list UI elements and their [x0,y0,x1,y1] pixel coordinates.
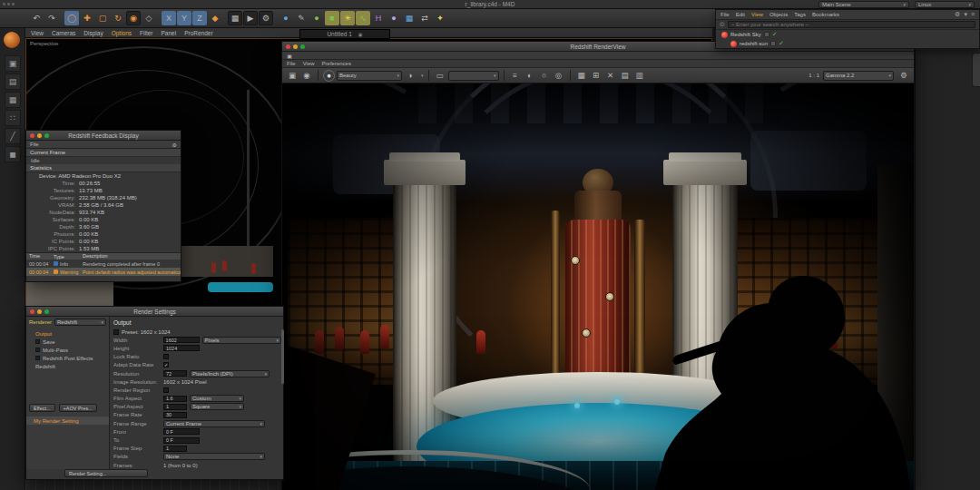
model-mode-icon[interactable]: ▣ [5,55,21,72]
close-icon[interactable] [30,133,34,138]
scale-tool-icon[interactable]: ▢ [95,11,110,25]
zoom-window-icon[interactable] [300,44,305,49]
fit-view-icon[interactable]: ⊞ [590,69,603,82]
minimize-icon[interactable] [37,309,42,314]
object-search-input[interactable] [728,21,975,28]
width-unit-dropdown[interactable]: Pixels▾ [202,337,281,344]
adapt-checkbox[interactable]: ✓ [163,362,169,368]
frame-rate-input[interactable] [163,412,187,418]
nav-item-redshift[interactable]: Redshift [26,362,109,370]
globe-icon[interactable]: ● [279,11,293,25]
axis-swap-icon[interactable]: ⇄ [417,11,432,25]
lamp-icon[interactable]: ✦ [433,11,447,25]
frame-step-input[interactable] [163,446,187,452]
gear-icon[interactable]: ⚙ [897,69,910,82]
z-axis-lock-icon[interactable]: Z [192,11,207,25]
points-mode-icon[interactable]: ∷ [5,110,21,126]
rv-menu-view[interactable]: View [303,61,315,66]
texture-mode-icon[interactable]: ▤ [5,74,21,90]
alpha-channel-icon[interactable]: ○ [538,69,551,82]
render-view-icon[interactable]: ▦ [228,11,242,25]
renderer-dropdown[interactable]: Redshift ▾ [54,318,106,326]
window-doc-icon[interactable]: ▣ [285,52,294,59]
takes-dropdown[interactable]: Main Scene ▾ [818,1,909,8]
checkbox-icon[interactable] [35,339,40,344]
viewport-menu-options[interactable]: Options [112,30,132,36]
render-canvas[interactable] [282,83,914,490]
undo-icon[interactable]: ↶ [29,11,44,25]
material-icon[interactable]: H [371,11,386,25]
close-icon[interactable] [286,44,290,49]
last-tool-icon[interactable]: ◉ [126,11,141,25]
render-settings-title-bar[interactable]: Render Settings [26,307,283,317]
coord-system-icon[interactable]: ◆ [208,11,222,25]
x-axis-lock-icon[interactable]: X [162,11,176,25]
enabled-check-icon[interactable]: ✓ [779,40,784,47]
tool-options-dropdown[interactable]: ▾ [448,71,499,81]
pixel-aspect-dropdown[interactable]: Square▾ [190,403,244,410]
frame-range-dropdown[interactable]: Current Frame▾ [163,420,265,427]
om-menu-objects[interactable]: Objects [769,12,788,17]
object-row-redshift-sun[interactable]: redshift sun ✓ [716,39,979,48]
light-object-icon[interactable]: ☀ [340,11,355,25]
polygons-mode-icon[interactable]: ◼ [5,146,21,162]
window-traffic-lights[interactable] [286,44,305,49]
om-menu-edit[interactable]: Edit [736,12,745,17]
object-tag-icon[interactable] [770,41,776,46]
feedback-menu-file[interactable]: File [30,142,39,147]
rv-menu-preferences[interactable]: Preferences [322,61,351,66]
viewport-menu-filter[interactable]: Filter [140,30,152,36]
aov-preset-button[interactable]: +AOV Pres... [59,404,97,412]
preset-row[interactable]: Preset: 1602 x 1024 [113,328,281,336]
shader-ball-icon[interactable]: ● [387,11,401,25]
effect-button[interactable]: Effect... [29,404,55,412]
enabled-check-icon[interactable]: ✓ [772,31,778,38]
close-icon[interactable] [30,309,34,314]
window-traffic-lights[interactable] [30,309,49,314]
viewport-menu-prorender[interactable]: ProRender [184,30,212,36]
render-region-icon[interactable]: ▶ [243,11,258,25]
to-input[interactable] [163,437,200,444]
om-menu-view[interactable]: View [751,12,763,17]
redo-icon[interactable]: ↷ [44,11,59,25]
bucket-render-icon[interactable]: ◑ [404,69,416,82]
render-region-checkbox[interactable] [163,387,169,393]
snapshot-b-icon[interactable]: ▥ [633,69,646,82]
magnet-icon[interactable]: ◇ [142,11,156,25]
om-menu-bookmarks[interactable]: Bookmarks [812,12,839,17]
log-row-warning[interactable]: 00:00:04 Warning Point default radius wa… [26,268,181,276]
snapshot-a-icon[interactable]: ▤ [619,69,632,82]
y-axis-lock-icon[interactable]: Y [177,11,191,25]
pass-dropdown[interactable]: Beauty ▾ [337,71,402,81]
nav-item-save[interactable]: Save [26,338,109,346]
workplane-icon[interactable]: ▦ [5,92,21,108]
array-icon[interactable]: ▦ [402,11,416,25]
checkbox-icon[interactable] [35,356,40,360]
film-aspect-input[interactable] [163,396,187,402]
save-image-icon[interactable]: ▣ [286,69,299,82]
live-selection-icon[interactable]: ◯ [64,11,79,25]
spline-icon[interactable]: ∿ [356,11,370,25]
nav-item-rs-posteffects[interactable]: Redshift Post Effects [26,354,109,362]
cube-primitive-icon[interactable]: ■ [325,11,339,25]
rv-menu-file[interactable]: File [287,61,296,66]
fields-dropdown[interactable]: None▾ [163,453,265,460]
film-aspect-dropdown[interactable]: Custom▾ [190,395,244,402]
crop-icon[interactable]: ▭ [434,69,446,82]
checkbox-icon[interactable] [35,348,40,352]
om-list-icon[interactable]: ≡ [971,11,975,18]
preset-lock-icon[interactable] [113,329,119,335]
log-row-info[interactable]: 00:00:04 Info Rendering completed after … [26,260,181,268]
zoom-window-icon[interactable] [44,309,49,314]
render-settings-icon[interactable]: ⚙ [259,11,273,25]
nav-item-multipass[interactable]: Multi-Pass [26,346,109,354]
viewport-menu-panel[interactable]: Panel [162,30,177,36]
gear-icon[interactable]: ⚙ [172,142,177,148]
resolution-input[interactable] [163,370,187,377]
pixel-aspect-input[interactable] [163,404,187,410]
om-filter-icon[interactable]: ▾ [964,11,967,18]
document-tab[interactable]: Untitled 1 ▣ [299,29,390,39]
zoom-window-icon[interactable] [44,133,49,138]
side-panel-tab[interactable] [972,53,980,87]
lock-ratio-checkbox[interactable] [163,354,169,359]
